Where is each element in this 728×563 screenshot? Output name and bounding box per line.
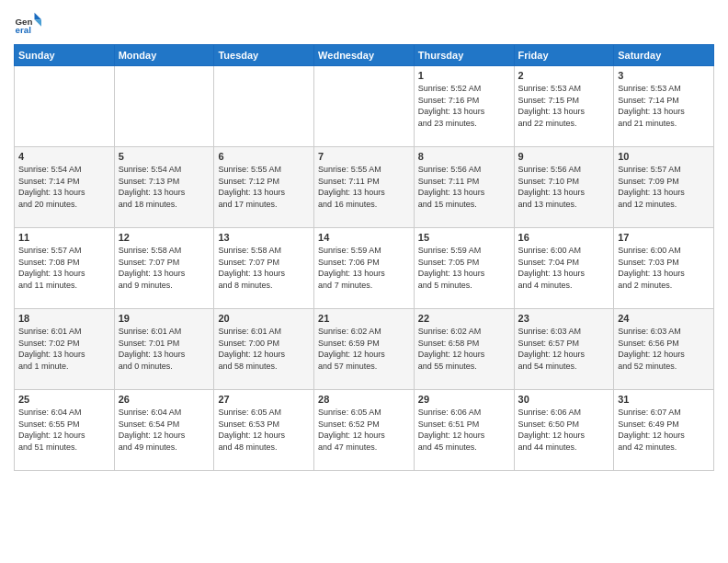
day-number: 16 [518, 232, 610, 243]
logo-icon: Gen eral [14, 9, 41, 37]
cell-info: Sunrise: 6:00 AM Sunset: 7:03 PM Dayligh… [618, 245, 710, 291]
calendar-cell: 15Sunrise: 5:59 AM Sunset: 7:05 PM Dayli… [414, 228, 514, 309]
calendar-cell: 12Sunrise: 5:58 AM Sunset: 7:07 PM Dayli… [114, 228, 214, 309]
weekday-header-row: SundayMondayTuesdayWednesdayThursdayFrid… [15, 45, 714, 66]
calendar-cell: 6Sunrise: 5:55 AM Sunset: 7:12 PM Daylig… [214, 147, 314, 228]
calendar-cell: 9Sunrise: 5:56 AM Sunset: 7:10 PM Daylig… [514, 147, 614, 228]
cell-info: Sunrise: 6:02 AM Sunset: 6:58 PM Dayligh… [418, 326, 510, 372]
calendar-cell: 4Sunrise: 5:54 AM Sunset: 7:14 PM Daylig… [15, 147, 115, 228]
weekday-header-friday: Friday [514, 45, 614, 66]
calendar-cell: 31Sunrise: 6:07 AM Sunset: 6:49 PM Dayli… [614, 390, 714, 471]
day-number: 6 [218, 151, 310, 162]
week-row-2: 4Sunrise: 5:54 AM Sunset: 7:14 PM Daylig… [15, 147, 714, 228]
cell-info: Sunrise: 6:06 AM Sunset: 6:51 PM Dayligh… [418, 407, 510, 453]
calendar-cell: 10Sunrise: 5:57 AM Sunset: 7:09 PM Dayli… [614, 147, 714, 228]
weekday-header-monday: Monday [114, 45, 214, 66]
cell-info: Sunrise: 6:05 AM Sunset: 6:52 PM Dayligh… [318, 407, 410, 453]
day-number: 26 [119, 394, 210, 405]
weekday-header-saturday: Saturday [614, 45, 714, 66]
day-number: 25 [18, 394, 110, 405]
day-number: 30 [518, 394, 610, 405]
day-number: 20 [218, 313, 310, 324]
day-number: 12 [119, 232, 210, 243]
cell-info: Sunrise: 6:03 AM Sunset: 6:56 PM Dayligh… [618, 326, 710, 372]
calendar-cell [314, 66, 415, 147]
calendar-cell: 2Sunrise: 5:53 AM Sunset: 7:15 PM Daylig… [514, 66, 614, 147]
page-header: Gen eral [14, 9, 714, 37]
cell-info: Sunrise: 5:56 AM Sunset: 7:10 PM Dayligh… [518, 164, 610, 210]
cell-info: Sunrise: 6:05 AM Sunset: 6:53 PM Dayligh… [218, 407, 310, 453]
calendar-cell: 22Sunrise: 6:02 AM Sunset: 6:58 PM Dayli… [414, 309, 514, 390]
day-number: 15 [418, 232, 510, 243]
calendar-cell [15, 66, 115, 147]
calendar-cell [114, 66, 214, 147]
cell-info: Sunrise: 6:04 AM Sunset: 6:55 PM Dayligh… [18, 407, 110, 453]
day-number: 10 [618, 151, 710, 162]
day-number: 5 [119, 151, 210, 162]
week-row-3: 11Sunrise: 5:57 AM Sunset: 7:08 PM Dayli… [15, 228, 714, 309]
cell-info: Sunrise: 5:57 AM Sunset: 7:09 PM Dayligh… [618, 164, 710, 210]
calendar-cell: 19Sunrise: 6:01 AM Sunset: 7:01 PM Dayli… [114, 309, 214, 390]
day-number: 21 [318, 313, 410, 324]
day-number: 1 [418, 70, 510, 81]
calendar-cell: 8Sunrise: 5:56 AM Sunset: 7:11 PM Daylig… [414, 147, 514, 228]
calendar-cell: 29Sunrise: 6:06 AM Sunset: 6:51 PM Dayli… [414, 390, 514, 471]
calendar-cell: 14Sunrise: 5:59 AM Sunset: 7:06 PM Dayli… [314, 228, 415, 309]
cell-info: Sunrise: 5:59 AM Sunset: 7:06 PM Dayligh… [318, 245, 410, 291]
day-number: 8 [418, 151, 510, 162]
cell-info: Sunrise: 5:53 AM Sunset: 7:14 PM Dayligh… [618, 83, 710, 129]
day-number: 18 [18, 313, 110, 324]
calendar-cell: 21Sunrise: 6:02 AM Sunset: 6:59 PM Dayli… [314, 309, 415, 390]
cell-info: Sunrise: 5:55 AM Sunset: 7:11 PM Dayligh… [318, 164, 410, 210]
day-number: 9 [518, 151, 610, 162]
cell-info: Sunrise: 5:59 AM Sunset: 7:05 PM Dayligh… [418, 245, 510, 291]
day-number: 19 [119, 313, 210, 324]
cell-info: Sunrise: 6:07 AM Sunset: 6:49 PM Dayligh… [618, 407, 710, 453]
week-row-5: 25Sunrise: 6:04 AM Sunset: 6:55 PM Dayli… [15, 390, 714, 471]
calendar-cell: 25Sunrise: 6:04 AM Sunset: 6:55 PM Dayli… [15, 390, 115, 471]
cell-info: Sunrise: 5:54 AM Sunset: 7:13 PM Dayligh… [119, 164, 210, 210]
weekday-header-tuesday: Tuesday [214, 45, 314, 66]
logo: Gen eral [14, 9, 45, 37]
day-number: 17 [618, 232, 710, 243]
day-number: 22 [418, 313, 510, 324]
day-number: 7 [318, 151, 410, 162]
calendar-cell: 30Sunrise: 6:06 AM Sunset: 6:50 PM Dayli… [514, 390, 614, 471]
week-row-1: 1Sunrise: 5:52 AM Sunset: 7:16 PM Daylig… [15, 66, 714, 147]
cell-info: Sunrise: 5:56 AM Sunset: 7:11 PM Dayligh… [418, 164, 510, 210]
day-number: 13 [218, 232, 310, 243]
cell-info: Sunrise: 5:58 AM Sunset: 7:07 PM Dayligh… [218, 245, 310, 291]
cell-info: Sunrise: 5:53 AM Sunset: 7:15 PM Dayligh… [518, 83, 610, 129]
cell-info: Sunrise: 6:04 AM Sunset: 6:54 PM Dayligh… [119, 407, 210, 453]
day-number: 27 [218, 394, 310, 405]
cell-info: Sunrise: 6:06 AM Sunset: 6:50 PM Dayligh… [518, 407, 610, 453]
day-number: 2 [518, 70, 610, 81]
calendar-cell [214, 66, 314, 147]
cell-info: Sunrise: 6:00 AM Sunset: 7:04 PM Dayligh… [518, 245, 610, 291]
day-number: 23 [518, 313, 610, 324]
calendar-cell: 26Sunrise: 6:04 AM Sunset: 6:54 PM Dayli… [114, 390, 214, 471]
calendar-cell: 28Sunrise: 6:05 AM Sunset: 6:52 PM Dayli… [314, 390, 415, 471]
cell-info: Sunrise: 5:54 AM Sunset: 7:14 PM Dayligh… [18, 164, 110, 210]
calendar-cell: 13Sunrise: 5:58 AM Sunset: 7:07 PM Dayli… [214, 228, 314, 309]
calendar-table: SundayMondayTuesdayWednesdayThursdayFrid… [14, 44, 714, 471]
calendar-cell: 23Sunrise: 6:03 AM Sunset: 6:57 PM Dayli… [514, 309, 614, 390]
cell-info: Sunrise: 6:02 AM Sunset: 6:59 PM Dayligh… [318, 326, 410, 372]
cell-info: Sunrise: 6:03 AM Sunset: 6:57 PM Dayligh… [518, 326, 610, 372]
cell-info: Sunrise: 6:01 AM Sunset: 7:02 PM Dayligh… [18, 326, 110, 372]
cell-info: Sunrise: 6:01 AM Sunset: 7:01 PM Dayligh… [119, 326, 210, 372]
cell-info: Sunrise: 6:01 AM Sunset: 7:00 PM Dayligh… [218, 326, 310, 372]
svg-marker-3 [35, 19, 42, 27]
cell-info: Sunrise: 5:55 AM Sunset: 7:12 PM Dayligh… [218, 164, 310, 210]
calendar-cell: 16Sunrise: 6:00 AM Sunset: 7:04 PM Dayli… [514, 228, 614, 309]
calendar-cell: 24Sunrise: 6:03 AM Sunset: 6:56 PM Dayli… [614, 309, 714, 390]
calendar-cell: 18Sunrise: 6:01 AM Sunset: 7:02 PM Dayli… [15, 309, 115, 390]
day-number: 24 [618, 313, 710, 324]
calendar-cell: 20Sunrise: 6:01 AM Sunset: 7:00 PM Dayli… [214, 309, 314, 390]
day-number: 4 [18, 151, 110, 162]
day-number: 31 [618, 394, 710, 405]
svg-marker-2 [35, 13, 42, 20]
day-number: 28 [318, 394, 410, 405]
svg-text:eral: eral [16, 25, 32, 35]
calendar-cell: 3Sunrise: 5:53 AM Sunset: 7:14 PM Daylig… [614, 66, 714, 147]
